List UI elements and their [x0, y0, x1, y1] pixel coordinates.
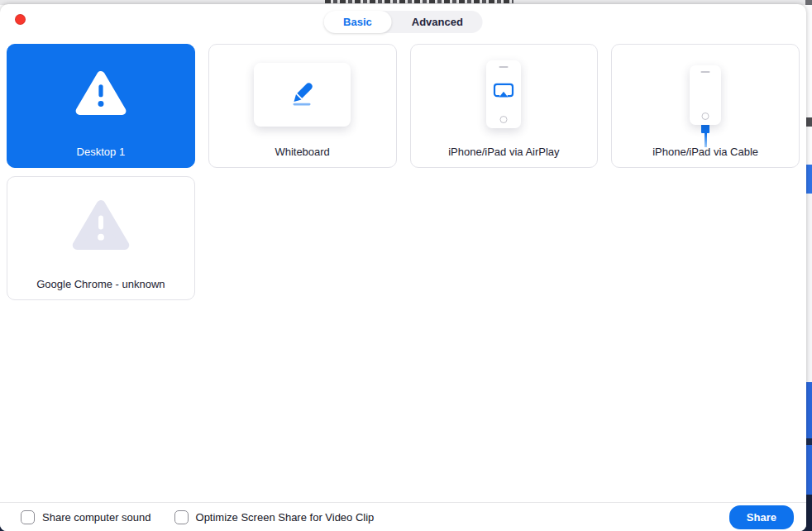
share-tile-iphone-airplay[interactable]: iPhone/iPad via AirPlay — [410, 44, 599, 168]
tab-advanced[interactable]: Advanced — [392, 11, 483, 33]
whiteboard-card — [254, 63, 351, 127]
share-computer-sound-checkbox[interactable] — [21, 510, 35, 524]
phone-speaker — [701, 71, 710, 73]
share-tile-whiteboard[interactable]: Whiteboard — [208, 44, 397, 168]
share-tile-desktop-1[interactable]: Desktop 1 — [7, 44, 195, 168]
dialog-footer: Share computer sound Optimize Screen Sha… — [0, 502, 806, 531]
warning-triangle-icon — [75, 70, 127, 119]
clipped-background-title — [325, 0, 513, 3]
tile-label: Desktop 1 — [7, 146, 194, 158]
pen-icon — [287, 78, 318, 111]
optimize-video-clip-checkbox[interactable] — [174, 510, 189, 524]
airplay-icon — [493, 83, 514, 104]
tile-label: iPhone/iPad via Cable — [612, 146, 799, 158]
tab-switcher: Basic Advanced — [323, 11, 483, 33]
checkbox-label: Optimize Screen Share for Video Clip — [196, 511, 375, 524]
phone-speaker — [499, 66, 509, 68]
phone-home-button — [500, 116, 508, 123]
share-picker-window: Basic Advanced Desktop 1 — [0, 4, 806, 531]
share-computer-sound-option[interactable]: Share computer sound — [21, 510, 151, 524]
share-tile-google-chrome[interactable]: Google Chrome - unknown — [7, 176, 195, 300]
background-right-strip — [805, 0, 812, 531]
dialog-header: Basic Advanced — [0, 4, 806, 44]
checkbox-label: Share computer sound — [42, 511, 151, 524]
optimize-video-clip-option[interactable]: Optimize Screen Share for Video Clip — [174, 510, 375, 524]
cable-cord — [705, 133, 707, 147]
close-button[interactable] — [15, 14, 26, 25]
share-button[interactable]: Share — [729, 505, 794, 529]
share-tile-iphone-cable[interactable]: iPhone/iPad via Cable — [611, 44, 800, 168]
phone-cable-icon — [690, 65, 721, 147]
tile-label: Google Chrome - unknown — [7, 278, 194, 290]
warning-triangle-muted-icon — [72, 199, 130, 254]
phone-airplay-icon — [486, 60, 521, 128]
phone-home-button — [702, 112, 709, 120]
tile-label: iPhone/iPad via AirPlay — [411, 146, 598, 158]
share-source-grid: Desktop 1 Whiteboard — [0, 44, 806, 300]
tile-label: Whiteboard — [209, 146, 396, 158]
tab-basic[interactable]: Basic — [323, 11, 392, 33]
